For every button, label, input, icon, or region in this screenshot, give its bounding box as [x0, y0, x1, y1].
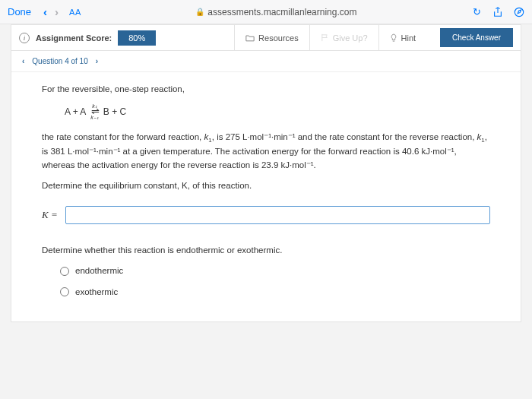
info-icon[interactable]: i: [19, 33, 30, 43]
option-endothermic[interactable]: endothermic: [60, 264, 490, 277]
url-bar[interactable]: 🔒 assessments.macmillanlearning.com: [90, 7, 462, 17]
question-nav: ‹ Question 4 of 10 ›: [11, 51, 521, 72]
giveup-label: Give Up?: [333, 33, 368, 43]
intro-text: For the reversible, one-step reaction,: [42, 83, 490, 96]
done-button[interactable]: Done: [8, 6, 31, 17]
check-answer-button[interactable]: Check Answer: [440, 28, 513, 47]
equation: A + A k₁ ⇌ k₋₁ B + C: [65, 103, 490, 120]
prev-question-icon[interactable]: ‹: [22, 57, 24, 65]
nav-group: ‹ › AA: [43, 5, 81, 18]
prompt-1: Determine the equilibrium constant, K, o…: [42, 179, 490, 192]
forward-icon: ›: [55, 5, 59, 18]
equilibrium-arrow-icon: k₁ ⇌ k₋₁: [90, 103, 99, 120]
question-content: For the reversible, one-step reaction, A…: [11, 72, 521, 321]
hint-label: Hint: [401, 33, 416, 43]
svg-point-0: [515, 8, 523, 16]
back-icon[interactable]: ‹: [43, 5, 47, 18]
score-label: Assignment Score:: [36, 33, 112, 43]
reload-icon[interactable]: ↻: [471, 7, 482, 17]
share-icon[interactable]: [492, 7, 503, 17]
prompt-2: Determine whether this reaction is endot…: [42, 244, 490, 257]
eq-right: B + C: [103, 105, 126, 119]
question-body: the rate constant for the forward reacti…: [42, 131, 490, 172]
bulb-icon: [390, 33, 397, 43]
compass-icon[interactable]: [514, 7, 524, 17]
lock-icon: 🔒: [195, 8, 204, 16]
flag-icon: [321, 33, 329, 42]
option-label: exothermic: [75, 286, 118, 299]
thermo-options: endothermic exothermic: [60, 264, 490, 299]
text-size-button[interactable]: AA: [69, 8, 81, 17]
assignment-toolbar: i Assignment Score: 80% Resources Give U…: [11, 25, 521, 51]
k-input[interactable]: [65, 206, 490, 224]
url-text: assessments.macmillanlearning.com: [207, 7, 356, 17]
question-position: Question 4 of 10: [32, 57, 87, 65]
radio-exothermic[interactable]: [60, 287, 69, 296]
option-exothermic[interactable]: exothermic: [60, 286, 490, 299]
radio-endothermic[interactable]: [60, 267, 69, 276]
score-badge: 80%: [118, 30, 156, 46]
next-question-icon[interactable]: ›: [96, 57, 98, 65]
resources-button[interactable]: Resources: [234, 25, 309, 51]
browser-chrome: Done ‹ › AA 🔒 assessments.macmillanlearn…: [0, 0, 532, 24]
option-label: endothermic: [75, 264, 123, 277]
resources-label: Resources: [258, 33, 299, 43]
browser-actions: ↻: [471, 7, 524, 17]
hint-button[interactable]: Hint: [378, 25, 427, 51]
answer-row: K =: [42, 206, 490, 224]
giveup-button: Give Up?: [309, 25, 378, 51]
k-label: K =: [42, 207, 58, 223]
page-container: i Assignment Score: 80% Resources Give U…: [11, 24, 521, 322]
folder-icon: [245, 34, 255, 42]
eq-left: A + A: [65, 105, 86, 119]
